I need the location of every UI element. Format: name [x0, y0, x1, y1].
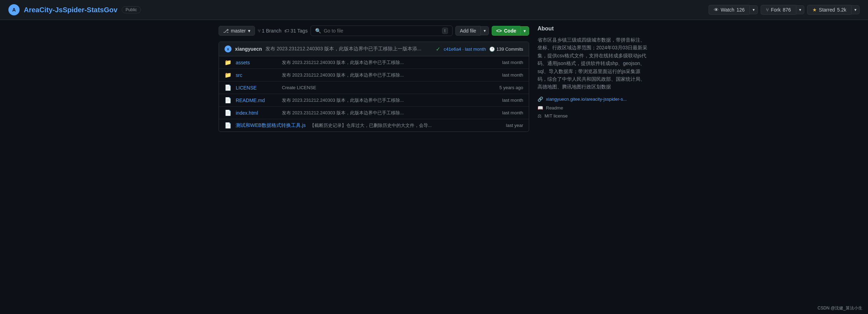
search-input[interactable] [324, 28, 439, 34]
star-button[interactable]: ★ Starred 5.2k [807, 5, 851, 15]
branch-select-button[interactable]: ⎇ master ▾ [219, 26, 255, 36]
folder-icon: 📁 [225, 72, 232, 78]
file-name[interactable]: index.html [236, 110, 278, 116]
scale-icon: ⚖ [538, 113, 542, 119]
commit-sha[interactable]: c41e6a4 · last month [444, 47, 486, 52]
file-table: x xiangyuecn 发布 2023.231212.240303 版本，此版… [219, 42, 529, 132]
watch-dropdown-button[interactable]: ▾ [749, 5, 758, 14]
table-row: 📁 src 发布 2023.231212.240303 版本，此版本边界中已手工… [219, 69, 529, 81]
commit-count[interactable]: 🕐 139 Commits [489, 47, 523, 52]
file-commit-msg: 发布 2023.231212.240303 版本，此版本边界中已手工移除... [282, 110, 491, 116]
code-btn-group: <> Code ▾ [492, 26, 529, 36]
tag-icon: 🏷 [284, 28, 289, 34]
search-bar: 🔍 t [311, 26, 453, 36]
commit-author-name[interactable]: xiangyuecn [235, 46, 262, 52]
link-icon: 🔗 [538, 97, 543, 102]
file-commit-msg: Create LICENSE [282, 85, 491, 90]
file-time: last month [495, 72, 523, 78]
branch-count-icon: ⑂ [258, 28, 261, 34]
book-icon: 📖 [538, 105, 543, 110]
readme-link[interactable]: 📖 Readme [538, 105, 649, 110]
file-time: 5 years ago [495, 85, 523, 90]
file-name[interactable]: LICENSE [236, 85, 278, 91]
star-count: 5.2k [837, 7, 846, 13]
code-button[interactable]: <> Code [492, 26, 520, 36]
repo-name[interactable]: AreaCity-JsSpider-StatsGov [24, 6, 118, 14]
repo-visibility-badge: Public [122, 6, 141, 13]
file-name[interactable]: src [236, 72, 278, 78]
file-name[interactable]: 测试和WEB数据格式转换工具.js [236, 122, 306, 129]
file-commit-msg: 发布 2023.231212.240303 版本，此版本边界中已手工移除... [282, 72, 491, 78]
about-title: About [538, 26, 649, 32]
readme-label: Readme [546, 105, 563, 110]
branch-count-link[interactable]: ⑂ 1 Branch [258, 28, 282, 34]
website-url: xiangyuecn.gitee.io/areacity-jsspider-s.… [546, 97, 627, 102]
table-row: 📄 LICENSE Create LICENSE 5 years ago [219, 81, 529, 94]
history-icon: 🕐 [489, 47, 495, 52]
file-rows-container: 📁 assets 发布 2023.231212.240303 版本，此版本边界中… [219, 56, 529, 131]
file-commit-msg: 发布 2023.231212.240303 版本，此版本边界中已手工移除... [282, 59, 491, 66]
fork-dropdown-button[interactable]: ▾ [796, 5, 804, 14]
branch-icon: ⎇ [223, 28, 229, 34]
watch-button[interactable]: 👁 Watch 126 [709, 5, 750, 15]
fork-label: Fork [771, 7, 781, 13]
watch-count: 126 [737, 7, 745, 13]
fork-button[interactable]: ⑂ Fork 876 [761, 5, 796, 15]
website-link[interactable]: 🔗 xiangyuecn.gitee.io/areacity-jsspider-… [538, 97, 649, 102]
commit-author-avatar: x [225, 45, 232, 52]
search-icon: 🔍 [315, 28, 321, 34]
watch-label: Watch [721, 7, 734, 13]
eye-icon: 👁 [714, 7, 719, 13]
file-time: last year [495, 123, 523, 128]
main-container: ⎇ master ▾ ⑂ 1 Branch 🏷 31 Tags 🔍 t [210, 20, 658, 137]
file-commit-msg: 发布 2023.231212.240303 版本，此版本边界中已手工移除... [282, 97, 491, 104]
commit-count-label: 139 Commits [496, 47, 523, 52]
tags-link[interactable]: 🏷 31 Tags [284, 28, 308, 34]
star-label: Starred [819, 7, 835, 13]
file-icon: 📄 [225, 109, 232, 116]
repo-title-area: A AreaCity-JsSpider-StatsGov Public [8, 4, 141, 15]
table-row: 📁 assets 发布 2023.231212.240303 版本，此版本边界中… [219, 56, 529, 69]
fork-icon: ⑂ [766, 7, 769, 13]
file-icon: 📄 [225, 84, 232, 91]
file-time: last month [495, 110, 523, 115]
folder-icon: 📁 [225, 59, 232, 66]
code-label: Code [504, 28, 516, 34]
table-row: 📄 README.md 发布 2023.231212.240303 版本，此版本… [219, 94, 529, 107]
commit-message: 发布 2023.231212.240303 版本，此版本边界中已手工移除上一版本… [265, 46, 432, 52]
watch-btn-group: 👁 Watch 126 ▾ [709, 5, 758, 15]
search-key-hint: t [442, 28, 448, 34]
code-icon: <> [496, 28, 502, 34]
sidebar: About 省市区县乡镇三级或四级城市数据，带拼音标注、坐标、行政区域边界范围；… [538, 26, 649, 132]
repo-content: ⎇ master ▾ ⑂ 1 Branch 🏷 31 Tags 🔍 t [219, 26, 529, 132]
repo-header: A AreaCity-JsSpider-StatsGov Public 👁 Wa… [0, 0, 868, 20]
file-commit-msg: 【截断历史记录】仓库过大，已删除历史中的大文件，会导... [310, 122, 491, 129]
file-time: last month [495, 60, 523, 65]
star-btn-group: ★ Starred 5.2k ▾ [807, 5, 860, 15]
license-label: MIT license [545, 113, 568, 119]
file-name[interactable]: assets [236, 60, 278, 65]
about-description: 省市区县乡镇三级或四级城市数据，带拼音标注、坐标、行政区域边界范围；2024年0… [538, 36, 649, 91]
add-file-button[interactable]: Add file [455, 26, 481, 36]
add-file-dropdown-button[interactable]: ▾ [481, 26, 489, 35]
code-dropdown-button[interactable]: ▾ [520, 26, 529, 36]
chevron-down-icon: ▾ [248, 28, 250, 34]
branch-count-label: 1 Branch [262, 28, 282, 34]
branch-label: master [231, 28, 246, 34]
repo-avatar: A [8, 4, 20, 15]
fork-btn-group: ⑂ Fork 876 ▾ [761, 5, 804, 15]
file-time: last month [495, 98, 523, 103]
table-row: 📄 index.html 发布 2023.231212.240303 版本，此版… [219, 107, 529, 119]
fork-count: 876 [783, 7, 791, 13]
repo-toolbar: ⎇ master ▾ ⑂ 1 Branch 🏷 31 Tags 🔍 t [219, 26, 529, 36]
add-file-btn-group: Add file ▾ [455, 26, 489, 36]
file-icon: 📄 [225, 122, 232, 129]
commit-check-icon: ✓ [436, 46, 440, 52]
file-name[interactable]: README.md [236, 98, 278, 103]
license-link[interactable]: ⚖ MIT license [538, 113, 649, 119]
commit-bar: x xiangyuecn 发布 2023.231212.240303 版本，此版… [219, 42, 529, 56]
file-icon: 📄 [225, 97, 232, 104]
star-dropdown-button[interactable]: ▾ [851, 5, 860, 14]
header-actions: 👁 Watch 126 ▾ ⑂ Fork 876 ▾ ★ Starred 5.2… [709, 5, 860, 15]
star-icon: ★ [812, 7, 817, 13]
